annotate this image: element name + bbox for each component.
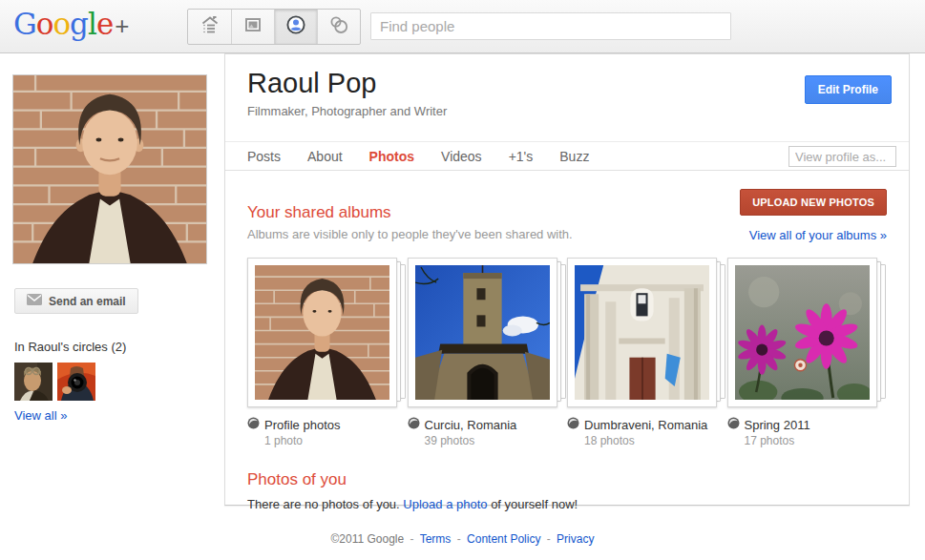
logo-letter: o xyxy=(36,7,53,41)
content-policy-link[interactable]: Content Policy xyxy=(467,532,540,546)
upload-a-photo-link[interactable]: Upload a photo xyxy=(403,497,487,511)
envelope-icon xyxy=(27,294,42,308)
album-item: Curciu, Romania 39 photos xyxy=(408,256,568,447)
nav-profile-button[interactable] xyxy=(274,10,317,44)
main-nav xyxy=(187,9,361,45)
globe-icon xyxy=(408,417,420,432)
avatar-image xyxy=(14,363,53,401)
terms-link[interactable]: Terms xyxy=(420,532,452,546)
album-title-link[interactable]: Curciu, Romania xyxy=(408,417,568,432)
album-cover-image xyxy=(415,265,550,400)
profile-photo-image xyxy=(13,75,206,263)
footer-separator: - xyxy=(457,532,461,546)
album-cover xyxy=(727,258,877,407)
album-title: Curciu, Romania xyxy=(425,418,517,432)
album-item: Dumbraveni, Romania 18 photos xyxy=(567,256,727,447)
album-photo-count: 1 photo xyxy=(264,434,408,447)
upload-new-photos-button[interactable]: UPLOAD NEW PHOTOS xyxy=(740,189,887,216)
profile-card: Raoul Pop Filmmaker, Photographer and Wr… xyxy=(224,53,910,506)
album-photo-count: 18 photos xyxy=(584,434,727,447)
page-title: Raoul Pop xyxy=(247,68,376,99)
footer-separator: - xyxy=(410,532,414,546)
globe-icon xyxy=(567,417,579,432)
album-title-link[interactable]: Dumbraveni, Romania xyxy=(567,417,727,432)
globe-icon xyxy=(247,417,260,432)
album-thumbnail-dumbraveni[interactable] xyxy=(567,256,725,408)
album-title-link[interactable]: Profile photos xyxy=(247,417,408,432)
album-cover xyxy=(408,258,557,407)
tab-videos[interactable]: Videos xyxy=(428,149,495,164)
album-thumbnail-spring-2011[interactable] xyxy=(727,256,886,408)
photos-of-you-text-after: of yourself now! xyxy=(488,497,578,511)
tab-about[interactable]: About xyxy=(294,149,356,164)
google-plus-logo[interactable]: Google+ xyxy=(13,7,128,41)
album-thumbnail-curciu[interactable] xyxy=(408,256,566,408)
search-input[interactable] xyxy=(370,12,731,40)
nav-photos-button[interactable] xyxy=(231,10,274,44)
google-plus-profile-page: Google+ xyxy=(0,0,925,560)
photos-icon xyxy=(242,13,264,40)
logo-letter: e xyxy=(96,7,113,41)
albums-row: Profile photos 1 photo xyxy=(247,256,887,447)
circles-heading: In Raoul's circles (2) xyxy=(14,340,126,354)
album-photo-count: 17 photos xyxy=(745,434,888,447)
circles-icon xyxy=(327,13,350,40)
logo-letter: G xyxy=(13,7,36,41)
profile-icon xyxy=(284,13,307,40)
album-title: Profile photos xyxy=(264,418,341,432)
top-bar: Google+ xyxy=(0,0,925,53)
album-item: Spring 2011 17 photos xyxy=(727,256,888,447)
logo-letter: o xyxy=(53,7,70,41)
photos-of-you-text-before: There are no photos of you. xyxy=(247,497,403,511)
album-cover xyxy=(567,258,717,407)
circle-avatars xyxy=(14,363,95,401)
album-item: Profile photos 1 photo xyxy=(247,256,408,447)
album-cover xyxy=(247,258,397,407)
photos-of-you-text: There are no photos of you. Upload a pho… xyxy=(247,497,887,511)
send-email-button[interactable]: Send an email xyxy=(14,288,138,314)
avatar-image xyxy=(57,363,95,401)
view-profile-as-input[interactable] xyxy=(788,146,896,167)
album-title-link[interactable]: Spring 2011 xyxy=(727,417,888,432)
footer-separator: - xyxy=(547,532,551,546)
logo-letter: l xyxy=(88,7,96,41)
view-all-albums-link[interactable]: View all of your albums » xyxy=(749,228,887,242)
page-footer: ©2011 Google - Terms - Content Policy - … xyxy=(0,532,925,546)
tab-posts[interactable]: Posts xyxy=(234,149,294,164)
edit-profile-button[interactable]: Edit Profile xyxy=(805,75,892,104)
tab-buzz[interactable]: Buzz xyxy=(546,149,602,164)
album-title: Dumbraveni, Romania xyxy=(584,418,707,432)
view-all-circles-link[interactable]: View all » xyxy=(14,408,67,423)
nav-stream-button[interactable] xyxy=(188,10,231,44)
album-cover-image xyxy=(255,265,389,400)
circle-member-avatar[interactable] xyxy=(57,363,95,401)
profile-photo[interactable] xyxy=(12,74,207,264)
left-sidebar: Send an email In Raoul's circles (2) xyxy=(0,53,224,560)
tab-photos[interactable]: Photos xyxy=(356,149,428,164)
privacy-link[interactable]: Privacy xyxy=(557,532,594,546)
send-email-label: Send an email xyxy=(49,295,126,308)
logo-plus: + xyxy=(115,11,128,40)
album-cover-image xyxy=(735,265,870,400)
album-thumbnail-profile-photos[interactable] xyxy=(247,256,406,408)
stream-icon xyxy=(199,13,221,40)
copyright-text: ©2011 Google xyxy=(331,532,405,546)
nav-circles-button[interactable] xyxy=(317,10,360,44)
album-cover-image xyxy=(575,265,709,400)
album-photo-count: 39 photos xyxy=(425,434,568,447)
photos-of-you-heading: Photos of you xyxy=(247,470,887,489)
circle-member-avatar[interactable] xyxy=(14,363,53,401)
globe-icon xyxy=(727,417,740,432)
logo-letter: g xyxy=(70,7,88,41)
profile-tagline: Filmmaker, Photographer and Writer xyxy=(247,104,447,118)
photos-tab-content: UPLOAD NEW PHOTOS View all of your album… xyxy=(225,171,909,511)
tab-plus-ones[interactable]: +1's xyxy=(495,149,547,164)
album-title: Spring 2011 xyxy=(745,418,810,432)
